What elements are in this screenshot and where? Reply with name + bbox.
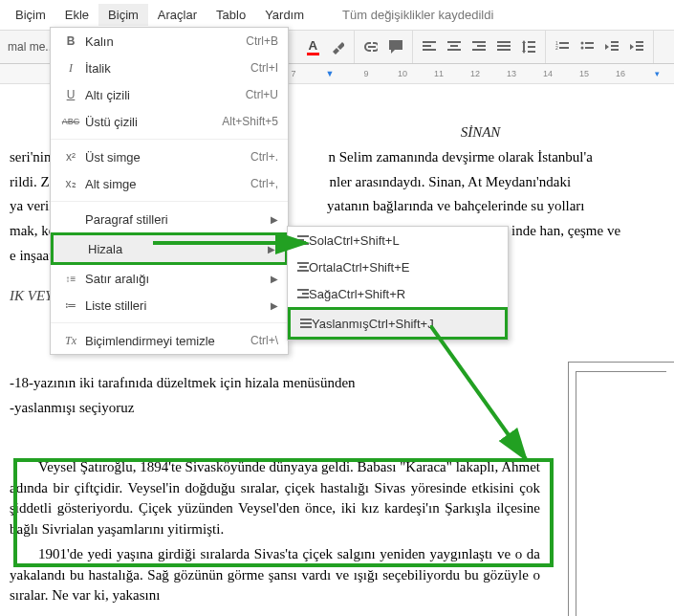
text-color-button[interactable]: A: [300, 34, 325, 59]
menu-sub[interactable]: x₂Alt simgeCtrl+,: [51, 170, 288, 197]
outdent-button[interactable]: [599, 34, 624, 59]
menu-list-styles[interactable]: ≔Liste stilleri▶: [51, 292, 288, 319]
menu-underline[interactable]: UAltı çiziliCtrl+U: [51, 81, 288, 108]
align-left-button[interactable]: [417, 34, 442, 59]
highlight-button[interactable]: [325, 34, 350, 59]
comment-button[interactable]: [383, 34, 408, 59]
link-button[interactable]: [359, 34, 383, 59]
save-status: Tüm değişiklikler kaydedildi: [333, 4, 503, 26]
menu-yardim[interactable]: Yardım: [255, 4, 314, 26]
doc-title-frag: SİNAN: [296, 122, 664, 143]
menu-tablo[interactable]: Tablo: [207, 4, 255, 26]
menu-paragraph-styles[interactable]: Paragraf stilleri▶: [51, 201, 288, 232]
format-dropdown: BKalınCtrl+B IİtalikCtrl+I UAltı çiziliC…: [50, 27, 289, 355]
menu-align[interactable]: Hizala▶: [51, 232, 288, 265]
menu-bold[interactable]: BKalınCtrl+B: [51, 28, 288, 55]
doc-body2: 1901'de yedi yaşına girdiği sıralarda Si…: [10, 544, 540, 606]
align-justify-button[interactable]: [491, 34, 516, 59]
numbered-list-button[interactable]: 12: [550, 34, 575, 59]
menu-line-spacing[interactable]: ↕≡Satır aralığı▶: [51, 265, 288, 292]
svg-text:2: 2: [555, 45, 558, 51]
svg-point-3: [581, 47, 584, 50]
page-edge-inner: [576, 371, 666, 616]
menu-bicim[interactable]: Biçim: [6, 4, 55, 26]
align-left[interactable]: SolaCtrl+Shift+L: [288, 227, 508, 253]
svg-point-2: [581, 42, 584, 45]
menu-super[interactable]: x²Üst simgeCtrl+.: [51, 139, 288, 170]
align-right[interactable]: SağaCtrl+Shift+R: [288, 280, 508, 307]
menu-ekle[interactable]: Ekle: [55, 4, 98, 26]
align-center-button[interactable]: [442, 34, 467, 59]
menu-italic[interactable]: IİtalikCtrl+I: [51, 55, 288, 81]
align-justify[interactable]: YaslanmışCtrl+Shift+J: [288, 307, 508, 340]
instruction-text: -18-yazının iki tarafınıda düzeltmek içi…: [10, 373, 664, 419]
align-right-button[interactable]: [467, 34, 491, 59]
bulleted-list-button[interactable]: [575, 34, 599, 59]
align-center[interactable]: OrtalaCtrl+Shift+E: [288, 253, 508, 280]
menu-araclar[interactable]: Araçlar: [148, 4, 207, 26]
doc-body1: Veysel Şatıroğlu, 1894'te Sivasköyünde d…: [10, 457, 540, 540]
indent-button[interactable]: [624, 34, 649, 59]
menu-clear-formatting[interactable]: TxBiçimlendirmeyi temizleCtrl+\: [51, 322, 288, 354]
line-spacing-button[interactable]: [516, 34, 541, 59]
align-submenu: SolaCtrl+Shift+L OrtalaCtrl+Shift+E Sağa…: [287, 226, 509, 341]
menu-strike[interactable]: ABCÜstü çiziliAlt+Shift+5: [51, 108, 288, 135]
menu-bicim-active[interactable]: Biçim: [98, 4, 148, 26]
